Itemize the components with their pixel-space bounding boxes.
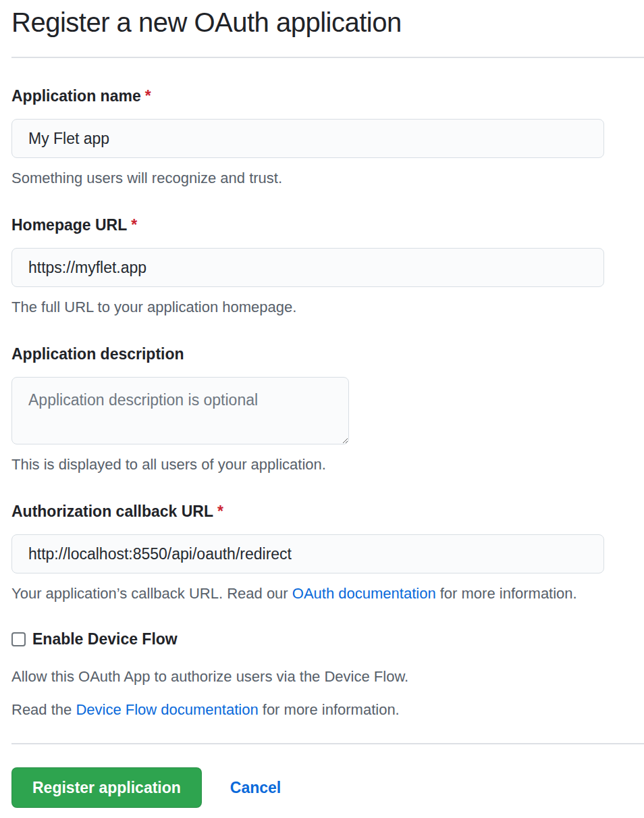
device-flow-read-after: for more information. [259, 701, 400, 718]
form-actions: Register application Cancel [11, 767, 644, 808]
application-description-label: Application description [11, 344, 644, 363]
homepage-url-input[interactable] [11, 248, 604, 287]
required-asterisk: * [131, 216, 137, 234]
homepage-url-group: Homepage URL* The full URL to your appli… [11, 215, 644, 316]
application-description-textarea[interactable] [11, 377, 349, 444]
application-name-input[interactable] [11, 119, 604, 158]
callback-url-group: Authorization callback URL* Your applica… [11, 502, 644, 603]
device-flow-group: Enable Device Flow [11, 630, 644, 648]
callback-url-input[interactable] [11, 534, 604, 573]
device-flow-read-before: Read the [11, 701, 76, 718]
callback-url-help: Your application’s callback URL. Read ou… [11, 584, 644, 603]
cancel-link[interactable]: Cancel [230, 779, 281, 797]
device-flow-read-more: Read the Device Flow documentation for m… [11, 700, 644, 719]
register-oauth-app-page: Register a new OAuth application Applica… [0, 5, 644, 818]
required-asterisk: * [145, 87, 151, 105]
application-name-label-text: Application name [11, 87, 141, 105]
application-description-help: This is displayed to all users of your a… [11, 455, 644, 474]
homepage-url-label: Homepage URL* [11, 215, 644, 234]
callback-url-label: Authorization callback URL* [11, 502, 644, 521]
application-name-group: Application name* Something users will r… [11, 86, 644, 187]
device-flow-documentation-link[interactable]: Device Flow documentation [76, 701, 258, 718]
register-application-button[interactable]: Register application [11, 767, 202, 808]
application-name-help: Something users will recognize and trust… [11, 169, 644, 187]
required-asterisk: * [217, 503, 223, 520]
application-name-label: Application name* [11, 86, 644, 105]
callback-url-help-before: Your application’s callback URL. Read ou… [11, 585, 292, 602]
homepage-url-label-text: Homepage URL [11, 216, 127, 234]
callback-url-help-after: for more information. [436, 585, 577, 602]
application-description-label-text: Application description [11, 345, 184, 363]
device-flow-help: Allow this OAuth App to authorize users … [11, 667, 644, 686]
application-description-group: Application description This is displaye… [11, 344, 644, 474]
oauth-documentation-link[interactable]: OAuth documentation [292, 585, 436, 602]
form-divider [11, 743, 644, 744]
callback-url-label-text: Authorization callback URL [11, 503, 213, 520]
enable-device-flow-label[interactable]: Enable Device Flow [32, 630, 178, 648]
enable-device-flow-checkbox[interactable] [11, 632, 26, 646]
homepage-url-help: The full URL to your application homepag… [11, 298, 644, 316]
page-title: Register a new OAuth application [11, 5, 644, 58]
